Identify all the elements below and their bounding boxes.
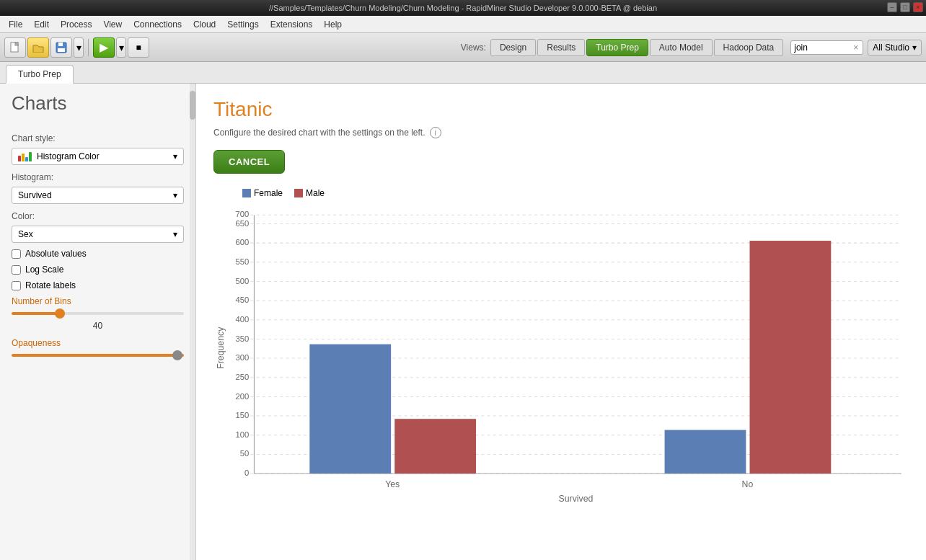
bar-no-female xyxy=(665,430,746,474)
tab-turbo-prep[interactable]: Turbo Prep xyxy=(586,39,648,56)
log-scale-label: Log Scale xyxy=(25,265,63,275)
menu-edit[interactable]: Edit xyxy=(28,18,55,31)
toolbar-separator-1 xyxy=(88,39,89,56)
scroll-thumb[interactable] xyxy=(190,91,195,120)
number-of-bins-slider-track xyxy=(12,312,184,315)
tab-design[interactable]: Design xyxy=(490,39,536,56)
chart-style-label: Chart style: xyxy=(12,133,184,143)
number-of-bins-label: Number of Bins xyxy=(12,296,184,306)
chart-legend: Female Male xyxy=(213,188,909,198)
main-content: Charts Chart style: Histogram Color ▾ Hi… xyxy=(0,84,926,560)
rotate-labels-row: Rotate labels xyxy=(12,280,184,290)
log-scale-row: Log Scale xyxy=(12,265,184,275)
tab-auto-model[interactable]: Auto Model xyxy=(650,39,713,56)
chart-style-dropdown[interactable]: Histogram Color ▾ xyxy=(12,148,184,165)
search-clear-button[interactable]: × xyxy=(852,43,860,53)
color-label: Color: xyxy=(12,211,184,221)
legend-label-male: Male xyxy=(306,188,325,198)
menu-cloud[interactable]: Cloud xyxy=(188,18,221,31)
legend-color-male xyxy=(294,189,303,197)
svg-text:600: 600 xyxy=(235,238,249,246)
menu-process[interactable]: Process xyxy=(55,18,97,31)
histogram-color-icon xyxy=(18,151,32,161)
x-label-yes: Yes xyxy=(385,479,400,489)
tab-bar: Turbo Prep xyxy=(0,62,926,84)
svg-text:300: 300 xyxy=(235,353,249,362)
menu-connections[interactable]: Connections xyxy=(128,18,188,31)
menu-view[interactable]: View xyxy=(97,18,128,31)
color-value: Sex xyxy=(18,229,33,239)
search-input[interactable] xyxy=(794,43,852,53)
absolute-values-checkbox[interactable] xyxy=(12,249,21,259)
bar-yes-male xyxy=(394,419,476,474)
save-button[interactable] xyxy=(50,37,72,58)
minimize-button[interactable]: – xyxy=(887,2,897,12)
svg-rect-4 xyxy=(58,43,63,46)
run-button[interactable]: ▶ xyxy=(93,37,115,58)
tab-results[interactable]: Results xyxy=(537,39,585,56)
x-axis-label: Survived xyxy=(559,494,594,504)
save-dropdown-button[interactable]: ▾ xyxy=(74,37,84,58)
histogram-dropdown[interactable]: Survived ▾ xyxy=(12,187,184,204)
open-button[interactable] xyxy=(27,37,49,58)
svg-rect-5 xyxy=(58,48,65,52)
y-axis-label: Frequency xyxy=(216,326,226,369)
menu-settings[interactable]: Settings xyxy=(221,18,264,31)
legend-color-female xyxy=(242,189,251,197)
toolbar: ▾ ▶ ▾ ■ Views: Design Results Turbo Prep… xyxy=(0,33,926,62)
title-text: //Samples/Templates/Churn Modeling/Churn… xyxy=(269,4,657,12)
opaqueness-slider-track xyxy=(12,354,184,357)
search-box: × xyxy=(790,40,863,55)
maximize-button[interactable]: □ xyxy=(900,2,910,12)
run-dropdown-button[interactable]: ▾ xyxy=(116,37,126,58)
tab-hadoop-data[interactable]: Hadoop Data xyxy=(714,39,784,56)
panel-title: Charts xyxy=(0,84,195,120)
chart-subtitle: Configure the desired chart with the set… xyxy=(213,127,909,138)
opaqueness-label: Opaqueness xyxy=(12,338,184,348)
left-panel: Charts Chart style: Histogram Color ▾ Hi… xyxy=(0,84,196,560)
absolute-values-label: Absolute values xyxy=(25,249,87,259)
svg-text:400: 400 xyxy=(235,315,249,324)
title-bar: //Samples/Templates/Churn Modeling/Churn… xyxy=(0,0,926,16)
menu-extensions[interactable]: Extensions xyxy=(265,18,319,31)
menu-help[interactable]: Help xyxy=(318,18,348,31)
turbo-prep-tab[interactable]: Turbo Prep xyxy=(6,65,74,84)
chart-style-chevron-icon: ▾ xyxy=(173,151,177,161)
rotate-labels-label: Rotate labels xyxy=(25,280,76,290)
histogram-chevron-icon: ▾ xyxy=(173,190,177,200)
opaqueness-slider-thumb[interactable] xyxy=(172,350,182,360)
chart-style-value: Histogram Color xyxy=(37,151,100,161)
cancel-button[interactable]: CANCEL xyxy=(213,150,285,174)
number-of-bins-slider-thumb[interactable] xyxy=(55,308,65,319)
svg-text:700: 700 xyxy=(235,210,249,218)
number-of-bins-value: 40 xyxy=(12,321,184,331)
studio-dropdown[interactable]: All Studio ▾ xyxy=(868,40,922,55)
svg-text:550: 550 xyxy=(235,257,249,266)
histogram-value: Survived xyxy=(18,190,52,200)
menu-bar: File Edit Process View Connections Cloud… xyxy=(0,16,926,33)
menu-file[interactable]: File xyxy=(3,18,28,31)
chart-svg: Frequency 0 50 100 150 200 250 300 350 xyxy=(213,204,909,507)
bar-yes-female xyxy=(309,345,391,474)
color-dropdown[interactable]: Sex ▾ xyxy=(12,226,184,243)
new-button[interactable] xyxy=(4,37,26,58)
svg-text:50: 50 xyxy=(240,449,250,458)
svg-text:450: 450 xyxy=(235,295,249,304)
rotate-labels-checkbox[interactable] xyxy=(12,281,21,290)
svg-text:150: 150 xyxy=(235,411,249,419)
svg-text:100: 100 xyxy=(235,430,249,439)
info-icon[interactable]: i xyxy=(430,127,441,138)
log-scale-checkbox[interactable] xyxy=(12,265,21,275)
right-panel: Titanic Configure the desired chart with… xyxy=(196,84,926,560)
views-area: Views: Design Results Turbo Prep Auto Mo… xyxy=(461,39,922,56)
number-of-bins-slider-container: 40 xyxy=(12,312,184,331)
legend-item-male: Male xyxy=(294,188,325,198)
stop-button[interactable]: ■ xyxy=(128,37,149,58)
absolute-values-row: Absolute values xyxy=(12,249,184,259)
number-of-bins-slider-fill xyxy=(12,312,60,315)
histogram-label: Histogram: xyxy=(12,172,184,182)
close-button[interactable]: × xyxy=(913,2,923,12)
svg-text:250: 250 xyxy=(235,373,249,381)
legend-item-female: Female xyxy=(242,188,283,198)
chart-container: Frequency 0 50 100 150 200 250 300 350 xyxy=(213,204,909,507)
